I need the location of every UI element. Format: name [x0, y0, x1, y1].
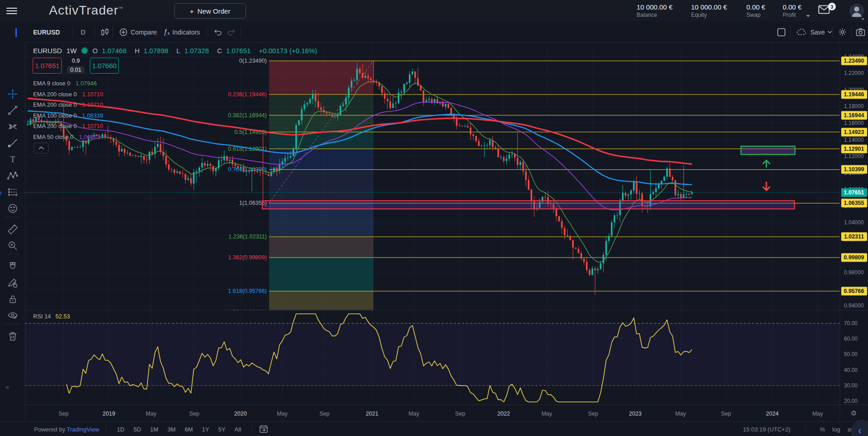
- range-3m[interactable]: 3M: [163, 426, 180, 433]
- time-label: Sep: [455, 411, 465, 417]
- range-1d[interactable]: 1D: [113, 426, 129, 433]
- scale-log[interactable]: log: [832, 426, 840, 433]
- rsi-value: 52.53: [55, 313, 70, 320]
- rsi-legend: RSI 14 52.53: [33, 313, 70, 320]
- redo-button[interactable]: [227, 22, 236, 42]
- range-buttons: 1D5D1M3M6M1Y5YAll: [113, 426, 246, 433]
- time-label: 2021: [366, 411, 378, 417]
- trend-line-tool[interactable]: [7, 104, 19, 116]
- mail-icon[interactable]: 3: [818, 5, 834, 17]
- scale-%[interactable]: %: [820, 426, 825, 433]
- svg-text:0.94000: 0.94000: [844, 302, 864, 309]
- toolbar-divider: [851, 26, 852, 38]
- screenshot-camera-icon[interactable]: [856, 22, 865, 42]
- axis-settings-gear-icon[interactable]: ⚙: [851, 409, 857, 417]
- svg-text:1.12000: 1.12000: [844, 153, 864, 159]
- svg-text:1.382(0.99809): 1.382(0.99809): [228, 254, 267, 261]
- sell-button[interactable]: 1.07651: [33, 58, 62, 74]
- svg-text:1.16944: 1.16944: [844, 112, 864, 119]
- svg-text:T: T: [10, 155, 15, 164]
- svg-text:1.19446: 1.19446: [844, 91, 864, 98]
- emoji-tool[interactable]: [7, 203, 19, 214]
- hamburger-menu-icon[interactable]: [6, 6, 17, 15]
- save-button[interactable]: Save: [796, 22, 832, 42]
- account-label: Equity: [691, 12, 727, 19]
- svg-text:0.382(1.16944): 0.382(1.16944): [228, 112, 267, 119]
- crosshair-tool[interactable]: [7, 88, 19, 100]
- account-label: Swap: [746, 12, 765, 19]
- candle-style-icon[interactable]: [100, 22, 110, 42]
- time-label: Sep: [59, 411, 69, 417]
- tool-group-divider: [5, 217, 20, 217]
- collapse-indicators-button[interactable]: [34, 143, 49, 154]
- zoom-in-tool[interactable]: [7, 240, 19, 252]
- magnet-tool[interactable]: [7, 261, 19, 272]
- tradingview-link[interactable]: TradingView: [67, 426, 99, 433]
- time-label: May: [146, 411, 157, 417]
- toolbar-divider: [94, 26, 95, 38]
- svg-text:0.95766: 0.95766: [844, 288, 864, 294]
- svg-text:1.22000: 1.22000: [844, 70, 864, 76]
- svg-text:70.00: 70.00: [844, 320, 858, 327]
- time-label: 2023: [629, 411, 642, 417]
- spread-value: 0.9: [72, 58, 79, 64]
- account-value: 10 000.00 €: [691, 3, 727, 12]
- svg-text:0.99809: 0.99809: [844, 254, 864, 261]
- svg-text:40.00: 40.00: [844, 367, 858, 373]
- range-6m[interactable]: 6M: [180, 426, 197, 433]
- plus-icon: +: [190, 7, 194, 15]
- range-1y[interactable]: 1Y: [197, 426, 214, 433]
- interval-button[interactable]: D: [81, 22, 85, 42]
- layout-button[interactable]: [777, 22, 786, 42]
- brush-tool[interactable]: [7, 137, 19, 149]
- tool-group-divider: [5, 254, 20, 254]
- svg-text:1.07651: 1.07651: [844, 189, 864, 196]
- svg-text:0.98000: 0.98000: [844, 269, 864, 276]
- range-5d[interactable]: 5D: [129, 426, 146, 433]
- go-to-date-icon[interactable]: [259, 425, 269, 434]
- pattern-tool[interactable]: [7, 170, 19, 182]
- range-5y[interactable]: 5Y: [214, 426, 230, 433]
- compare-button[interactable]: Compare: [119, 22, 157, 42]
- profit-caret-icon[interactable]: [806, 15, 810, 17]
- avatar[interactable]: [849, 4, 864, 18]
- text-tool[interactable]: T: [7, 154, 19, 165]
- new-order-button[interactable]: + New Order: [174, 3, 246, 19]
- symbol-tab[interactable]: EURUSD: [33, 22, 60, 42]
- account-swap: 0.00 €Swap: [746, 3, 765, 19]
- spread-info: 0.9 0.01: [67, 58, 85, 74]
- account-equity: 10 000.00 €Equity: [691, 3, 727, 19]
- measure-tool[interactable]: [7, 223, 19, 235]
- time-label: Sep: [319, 411, 329, 417]
- undo-button[interactable]: [213, 22, 222, 42]
- collapse-sidebar-icon[interactable]: «: [5, 383, 9, 391]
- remove-drawings-tool[interactable]: [7, 331, 19, 342]
- open-object-tree-icon[interactable]: ›: [0, 187, 2, 198]
- settings-gear-icon[interactable]: [838, 22, 847, 42]
- buy-button[interactable]: 1.07660: [90, 58, 119, 74]
- indicator-row: EMA 50 close 01.06923: [33, 132, 103, 143]
- indicator-row: EMA 200 close 01.10710: [33, 99, 103, 110]
- range-all[interactable]: All: [230, 426, 245, 433]
- chart-toolbar: EURUSDDCompareƒxIndicatorsSave: [0, 22, 868, 43]
- hide-drawings-tool[interactable]: [7, 310, 19, 322]
- drawing-lock-tool[interactable]: [7, 277, 19, 289]
- account-label: Profit: [783, 12, 802, 19]
- svg-text:0(1.23490): 0(1.23490): [239, 58, 267, 64]
- time-axis[interactable]: Sep2019MaySep2020MaySep2021MaySep2022May…: [59, 411, 824, 417]
- svg-text:1.618(0.95766): 1.618(0.95766): [228, 288, 267, 294]
- main-chart-canvas[interactable]: 0(1.23490)0.236(1.19446)0.382(1.16944)0.…: [25, 42, 868, 421]
- indicators-button[interactable]: ƒxIndicators: [163, 22, 200, 42]
- legend-change: +0.00173 (+0.16%): [259, 47, 317, 54]
- toolbar-divider: [73, 26, 73, 38]
- toolbar-divider: [790, 26, 791, 38]
- forecast-tool[interactable]: [7, 186, 19, 198]
- clock[interactable]: 15:03:19 (UTC+2): [743, 426, 790, 433]
- cross-line-tool[interactable]: [7, 121, 19, 133]
- range-1m[interactable]: 1M: [146, 426, 163, 433]
- avatar-caret-icon[interactable]: [862, 19, 864, 20]
- lot-value[interactable]: 0.01: [67, 66, 84, 74]
- svg-text:30.00: 30.00: [844, 382, 858, 389]
- time-label: May: [541, 411, 552, 417]
- lock-all-tool[interactable]: [7, 293, 19, 305]
